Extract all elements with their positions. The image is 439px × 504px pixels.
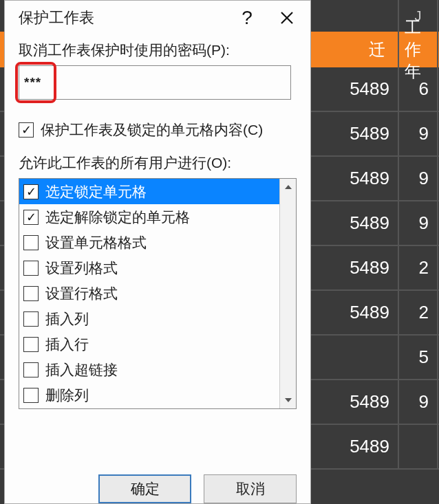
list-item-checkbox[interactable] — [23, 286, 39, 301]
permissions-listbox[interactable]: 选定锁定单元格选定解除锁定的单元格设置单元格格式设置列格式设置行格式插入列插入行… — [19, 178, 297, 409]
cell[interactable]: 9 — [399, 201, 438, 245]
cell[interactable]: 9 — [399, 112, 438, 155]
close-button[interactable] — [270, 4, 303, 32]
cell[interactable]: 2 — [399, 246, 438, 289]
titlebar: 保护工作表 ? — [5, 1, 310, 35]
list-item[interactable]: 设置列格式 — [19, 255, 279, 281]
protect-checkbox[interactable] — [19, 122, 34, 138]
list-item-checkbox[interactable] — [23, 210, 39, 225]
scrollbar[interactable] — [279, 179, 296, 408]
protect-sheet-dialog: 保护工作表 ? 取消工作表保护时使用的密码(P): *** 保护工作表及锁定的单… — [4, 0, 311, 504]
dialog-footer: 确定 取消 — [5, 463, 310, 503]
list-item-label: 选定锁定单元格 — [45, 182, 147, 201]
list-item[interactable]: 删除行 — [19, 408, 279, 408]
cell[interactable]: 5 — [399, 336, 438, 379]
protect-checkbox-row[interactable]: 保护工作表及锁定的单元格内容(C) — [19, 120, 297, 140]
column-title-years[interactable]: 工作年 — [399, 32, 438, 67]
close-icon — [280, 11, 294, 25]
list-item-label: 插入超链接 — [45, 360, 118, 380]
list-item[interactable]: 设置单元格格式 — [19, 230, 279, 255]
password-label: 取消工作表保护时使用的密码(P): — [19, 41, 297, 60]
list-item[interactable]: 设置行格式 — [19, 281, 279, 306]
cell[interactable]: 2 — [399, 291, 438, 334]
dialog-title: 保护工作表 — [19, 8, 231, 28]
cancel-button[interactable]: 取消 — [204, 474, 297, 503]
list-item-label: 选定解除锁定的单元格 — [45, 208, 190, 227]
cell[interactable]: 9 — [399, 380, 438, 424]
list-item-checkbox[interactable] — [23, 184, 39, 199]
list-item[interactable]: 删除列 — [19, 382, 279, 408]
list-item[interactable]: 插入超链接 — [19, 357, 279, 382]
chevron-down-icon — [285, 398, 292, 402]
scroll-up-icon[interactable] — [280, 179, 296, 195]
list-item-label: 设置列格式 — [45, 259, 118, 278]
list-item-checkbox[interactable] — [23, 311, 39, 327]
help-button[interactable]: ? — [231, 4, 264, 32]
chevron-up-icon — [285, 185, 292, 189]
ok-button[interactable]: 确定 — [98, 474, 191, 503]
protect-checkbox-label: 保护工作表及锁定的单元格内容(C) — [41, 120, 263, 140]
allow-label: 允许此工作表的所有用户进行(O): — [19, 153, 297, 173]
scroll-down-icon[interactable] — [280, 392, 296, 408]
cell[interactable] — [399, 425, 438, 468]
list-item-label: 插入列 — [45, 309, 89, 329]
list-item-label: 设置单元格格式 — [45, 233, 147, 252]
password-input[interactable] — [19, 65, 291, 100]
cell[interactable]: 9 — [399, 157, 438, 200]
list-item-label: 插入行 — [45, 335, 89, 354]
list-item-checkbox[interactable] — [23, 362, 39, 377]
list-item[interactable]: 选定解除锁定的单元格 — [19, 204, 279, 230]
password-highlight — [15, 62, 56, 103]
list-item-checkbox[interactable] — [23, 261, 39, 276]
list-item-label: 设置行格式 — [45, 284, 118, 303]
cell[interactable]: 6 — [399, 67, 438, 111]
list-item-checkbox[interactable] — [23, 235, 39, 250]
list-item[interactable]: 选定锁定单元格 — [19, 179, 279, 204]
list-item-checkbox[interactable] — [23, 337, 39, 352]
password-field-wrap: *** — [19, 65, 297, 107]
list-item-label: 删除列 — [45, 386, 89, 405]
list-item[interactable]: 插入列 — [19, 306, 279, 331]
list-item[interactable]: 插入行 — [19, 331, 279, 357]
list-item-checkbox[interactable] — [23, 388, 39, 403]
